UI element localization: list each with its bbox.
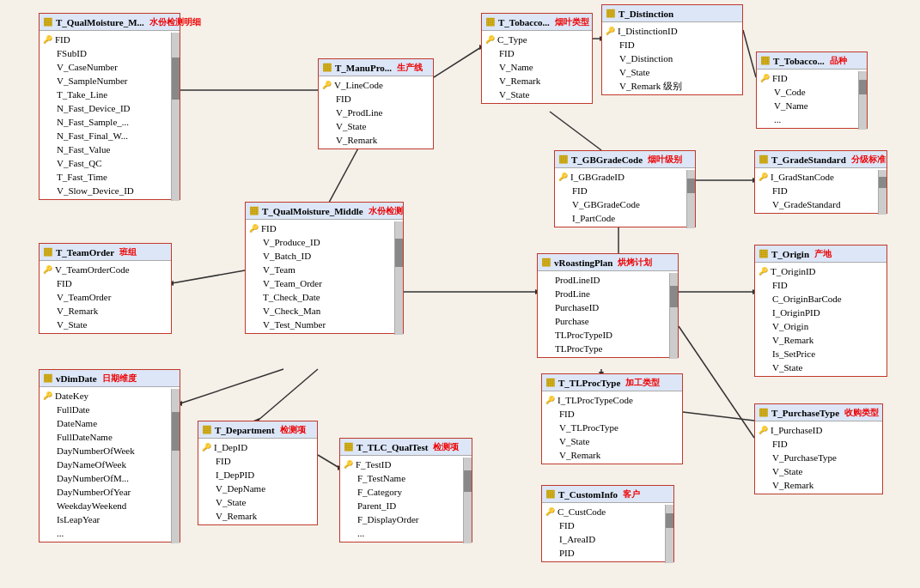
table-icon: ▦ xyxy=(558,153,568,166)
primary-key-icon: 🔑 xyxy=(759,264,768,278)
table-chinese-label: 产地 xyxy=(814,248,832,260)
field-row: V_Check_Man xyxy=(249,304,399,318)
table-name-label: T_GradeStandard xyxy=(771,155,846,165)
table-T_Tobacco_C[interactable]: ▦T_Tobacco...烟叶类型🔑C_TypeFIDV_NameV_Remar… xyxy=(481,13,593,104)
field-row: V_GBGradeCode xyxy=(558,197,692,211)
field-name: V_State xyxy=(336,119,366,133)
table-chinese-label: 加工类型 xyxy=(625,377,660,389)
field-row: FID xyxy=(558,184,692,197)
field-name: C_OriginBarCode xyxy=(772,292,842,306)
table-name-label: T_CustomInfo xyxy=(558,489,618,500)
primary-key-icon: 🔑 xyxy=(43,263,52,276)
field-row: N_Fast_Sample_... xyxy=(43,115,176,129)
field-name: F_Category xyxy=(357,485,402,499)
field-name: T_Fast_Time xyxy=(57,170,107,184)
field-name: V_Distinction xyxy=(619,52,673,65)
table-T_QualMoisture_M[interactable]: ▦T_QualMoisture_M...水份检测明细🔑FIDFSubIDV_Ca… xyxy=(39,13,180,200)
field-name: FID xyxy=(559,407,575,421)
field-row: V_State xyxy=(606,65,739,79)
table-T_TLC_QualTest[interactable]: ▦T_TLC_QualTest检测项🔑F_TestIDF_TestNameF_C… xyxy=(339,438,472,543)
field-row: 🔑I_PurchaseID xyxy=(759,423,879,437)
field-name: FID xyxy=(772,71,788,85)
field-name: V_Remark 级别 xyxy=(619,79,682,93)
table-icon: ▦ xyxy=(43,15,52,28)
table-scrollbar[interactable] xyxy=(858,71,867,130)
table-T_GBGradeCode[interactable]: ▦T_GBGradeCode烟叶级别🔑I_GBGradeIDFIDV_GBGra… xyxy=(554,150,696,227)
table-T_Tobacco_B[interactable]: ▦T_Tobacco...品种🔑FIDV_CodeV_Name... xyxy=(756,52,868,129)
table-T_Origin[interactable]: ▦T_Origin产地🔑T_OriginIDFIDC_OriginBarCode… xyxy=(754,245,887,377)
field-name: WeekdayWeekend xyxy=(57,499,126,512)
table-title-T_TLC_QualTest: ▦T_TLC_QualTest检测项 xyxy=(340,439,472,456)
table-vRoastingPlan[interactable]: ▦vRoastingPlan烘烤计划ProdLineIDProdLinePurc… xyxy=(537,253,679,358)
field-name: FID xyxy=(499,46,515,60)
table-T_QualMoisture_Middle[interactable]: ▦T_QualMoisture_Middle水份检测🔑FIDV_Produce_… xyxy=(245,202,404,334)
field-name: V_State xyxy=(499,88,529,101)
table-scrollbar[interactable] xyxy=(878,170,886,215)
field-name: Parent_ID xyxy=(357,499,396,512)
field-row: V_State xyxy=(322,119,430,133)
table-chinese-label: 检测项 xyxy=(433,441,459,453)
svg-line-6 xyxy=(743,30,756,77)
table-title-T_GBGradeCode: ▦T_GBGradeCode烟叶级别 xyxy=(555,151,695,168)
table-T_Department[interactable]: ▦T_Department检测项🔑I_DepIDFIDI_DepPIDV_Dep… xyxy=(198,421,318,525)
field-name: DateKey xyxy=(55,389,88,403)
field-name: V_State xyxy=(57,318,87,331)
table-scrollbar[interactable] xyxy=(171,33,180,201)
table-icon: ▦ xyxy=(322,61,332,74)
field-row: ... xyxy=(344,526,468,540)
field-name: V_Remark xyxy=(57,304,98,318)
table-T_Distinction[interactable]: ▦T_Distinction🔑I_DistinctionIDFIDV_Disti… xyxy=(601,4,743,95)
field-row: V_Name xyxy=(485,60,588,74)
field-name: I_TLProcTypeCode xyxy=(557,393,633,407)
field-name: V_Team xyxy=(263,263,295,276)
primary-key-icon: 🔑 xyxy=(545,393,555,407)
table-T_TLProcType[interactable]: ▦T_TLProcType加工类型🔑I_TLProcTypeCodeFIDV_T… xyxy=(541,373,683,464)
table-T_PurchaseType[interactable]: ▦T_PurchaseType收购类型🔑I_PurchaseIDFIDV_Pur… xyxy=(754,403,883,494)
table-vDimDate[interactable]: ▦vDimDate日期维度🔑DateKeyFullDateDateNameFul… xyxy=(39,369,180,543)
table-scrollbar[interactable] xyxy=(171,389,180,543)
field-name: DayNameOfWeek xyxy=(57,458,126,471)
table-scrollbar[interactable] xyxy=(665,505,673,563)
table-scrollbar[interactable] xyxy=(394,221,403,335)
table-fields-T_Distinction: 🔑I_DistinctionIDFIDV_DistinctionV_StateV… xyxy=(602,22,742,94)
field-row: DayNumberOfYear xyxy=(43,485,176,499)
field-row: DayNumberOfWeek xyxy=(43,444,176,458)
table-scrollbar[interactable] xyxy=(669,273,678,359)
field-row: I_PartCode xyxy=(558,211,692,225)
field-row: V_Team_Order xyxy=(249,276,399,290)
field-row: V_State xyxy=(545,434,679,448)
field-row: V_Remark xyxy=(322,133,430,147)
field-row: IsLeapYear xyxy=(43,512,176,526)
table-fields-T_TeamOrder: 🔑V_TeamOrderCodeFIDV_TeamOrderV_RemarkV_… xyxy=(40,261,171,333)
table-icon: ▦ xyxy=(545,376,555,389)
field-row: V_Origin xyxy=(759,319,883,333)
field-name: V_Remark xyxy=(336,133,377,147)
table-T_ManuPro[interactable]: ▦T_ManuPro...生产线🔑V_LineCodeFIDV_ProdLine… xyxy=(318,58,434,149)
table-scrollbar[interactable] xyxy=(686,170,695,228)
field-name: V_CaseNumber xyxy=(57,60,118,74)
table-T_CustomInfo[interactable]: ▦T_CustomInfo客户🔑C_CustCodeFIDI_AreaIDPID xyxy=(541,485,674,562)
field-row: I_AreaID xyxy=(545,532,670,546)
table-name-label: T_Tobacco... xyxy=(773,56,825,66)
table-chinese-label: 烟叶级别 xyxy=(648,154,682,166)
table-fields-T_CustomInfo: 🔑C_CustCodeFIDI_AreaIDPID xyxy=(542,503,673,561)
field-name: I_GradStanCode xyxy=(771,170,834,184)
field-row: V_State xyxy=(485,88,588,101)
field-row: 🔑F_TestID xyxy=(344,458,468,471)
table-T_GradeStandard[interactable]: ▦T_GradeStandard分级标准🔑I_GradStanCodeFIDV_… xyxy=(754,150,887,214)
field-row: V_Code xyxy=(760,85,863,99)
table-name-label: vDimDate xyxy=(56,373,97,384)
field-row: PID xyxy=(545,546,670,560)
field-name: I_GBGradeID xyxy=(570,170,625,184)
field-row: 🔑I_GradStanCode xyxy=(759,170,883,184)
table-icon: ▦ xyxy=(541,256,551,269)
table-name-label: T_QualMoisture_Middle xyxy=(262,206,363,216)
field-row: I_DepPID xyxy=(202,468,314,482)
table-scrollbar[interactable] xyxy=(463,458,472,543)
svg-line-2 xyxy=(434,47,481,77)
table-name-label: T_TeamOrder xyxy=(56,247,114,258)
table-icon: ▦ xyxy=(249,204,259,217)
table-T_TeamOrder[interactable]: ▦T_TeamOrder班组🔑V_TeamOrderCodeFIDV_TeamO… xyxy=(39,243,172,334)
field-row: FID xyxy=(545,518,670,532)
field-name: FullDateName xyxy=(57,430,113,444)
